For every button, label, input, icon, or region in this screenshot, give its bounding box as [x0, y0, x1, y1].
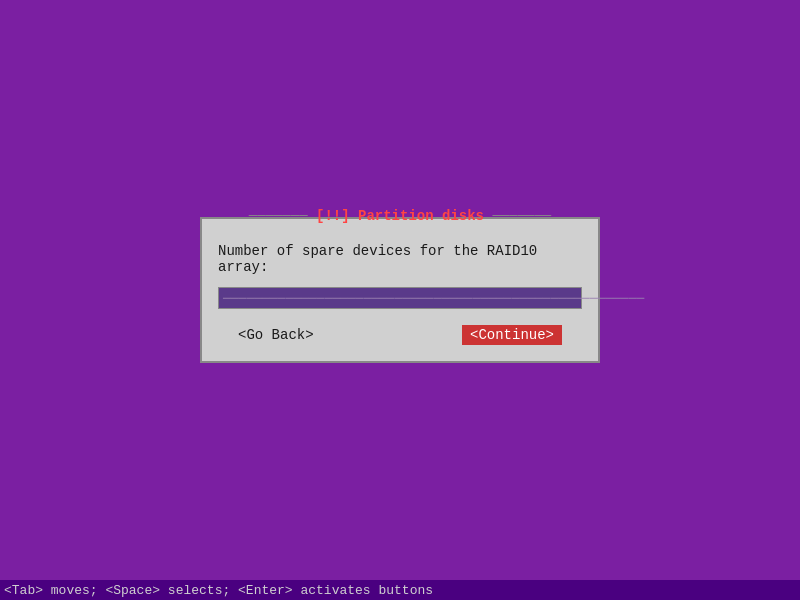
dialog-title-bar: ─────── [!!] Partition disks ─────── [249, 208, 551, 224]
dialog-content: Number of spare devices for the RAID10 a… [202, 219, 598, 361]
status-text: <Tab> moves; <Space> selects; <Enter> ac… [4, 583, 433, 598]
dialog-message: Number of spare devices for the RAID10 a… [218, 243, 582, 275]
status-bar: <Tab> moves; <Space> selects; <Enter> ac… [0, 580, 800, 600]
main-area: ─────── [!!] Partition disks ─────── Num… [0, 0, 800, 580]
dialog-title-prefix: ─────── [249, 208, 308, 224]
button-row: <Go Back> <Continue> [218, 325, 582, 345]
input-dashes: ────────────────────────────────────────… [223, 291, 644, 306]
dialog-box: ─────── [!!] Partition disks ─────── Num… [200, 217, 600, 363]
input-field-container[interactable]: ────────────────────────────────────────… [218, 287, 582, 309]
go-back-button[interactable]: <Go Back> [238, 327, 314, 343]
dialog-title-text: [!!] Partition disks [316, 208, 484, 224]
continue-button[interactable]: <Continue> [462, 325, 562, 345]
dialog-title-suffix: ─────── [492, 208, 551, 224]
